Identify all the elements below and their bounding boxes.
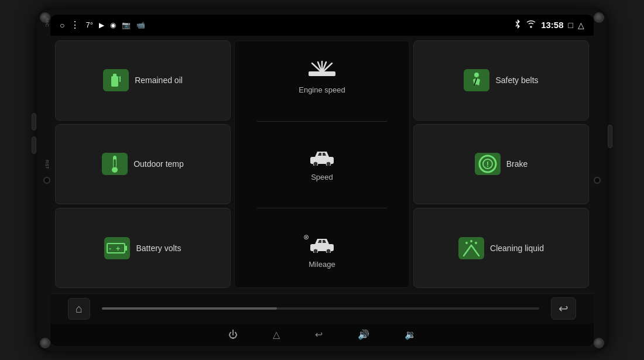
- wifi-icon: [526, 20, 536, 30]
- status-bar: ○ ⋮ 7° ▶ ◉ 📷 📹: [50, 15, 594, 36]
- wiper-gauge-icon: [307, 60, 337, 83]
- safety-belts-label: Safety belts: [495, 76, 538, 85]
- svg-point-13: [313, 249, 318, 253]
- brake-tile[interactable]: ! Brake: [413, 124, 589, 204]
- temperature-display: 7°: [85, 20, 93, 29]
- speed-section: Speed: [241, 148, 403, 181]
- divider-1: [257, 121, 387, 122]
- home-button[interactable]: ⌂: [68, 298, 90, 320]
- svg-point-31: [475, 242, 477, 244]
- brake-icon: !: [475, 153, 501, 175]
- circle-icon: ○: [60, 20, 64, 30]
- svg-rect-24: [125, 246, 127, 251]
- svg-rect-2: [119, 80, 121, 82]
- svg-point-14: [326, 249, 331, 253]
- side-button-left-1[interactable]: [32, 113, 36, 131]
- svg-point-15: [474, 73, 479, 77]
- car-mileage-icon: [308, 235, 336, 258]
- cleaning-liquid-label: Cleaning liquid: [490, 244, 544, 253]
- svg-text:!: !: [487, 160, 489, 169]
- thermometer-icon: [102, 153, 128, 175]
- brake-label: Brake: [506, 159, 528, 169]
- wiper-liquid-icon: [458, 237, 484, 259]
- fuel-icon: [103, 69, 129, 91]
- svg-line-27: [464, 245, 471, 256]
- safety-belts-tile[interactable]: Safety belts: [413, 40, 589, 121]
- svg-point-11: [326, 162, 331, 166]
- center-dashboard-tile: Engine speed: [234, 40, 410, 289]
- video-icon: 📹: [136, 21, 145, 29]
- outdoor-temp-label: Outdoor temp: [133, 159, 184, 169]
- back-button[interactable]: ↩: [551, 297, 576, 320]
- clock-display: 13:58: [541, 20, 563, 30]
- progress-fill: [102, 307, 277, 310]
- speed-label: Speed: [311, 173, 333, 181]
- menu-dots-icon: ⋮: [70, 19, 80, 30]
- side-button-left-2[interactable]: [32, 136, 36, 154]
- svg-rect-1: [113, 74, 117, 77]
- svg-rect-0: [111, 76, 118, 87]
- youtube-icon: ▶: [99, 21, 104, 29]
- screen: ○ ⋮ 7° ▶ ◉ 📷 📹: [50, 15, 594, 346]
- svg-text:+: +: [116, 245, 120, 253]
- screw-br: [594, 338, 604, 348]
- battery-volts-tile[interactable]: - + Battery volts: [55, 208, 231, 288]
- media-icon: ◉: [110, 21, 116, 29]
- status-right-icons: 13:58 □ △: [514, 19, 584, 30]
- remained-oil-tile[interactable]: Remained oil: [55, 40, 231, 121]
- engine-speed-label: Engine speed: [299, 85, 345, 94]
- svg-text:-: -: [109, 245, 111, 253]
- back-arrow-icon: △: [578, 20, 584, 30]
- remained-oil-label: Remained oil: [135, 76, 183, 85]
- svg-point-18: [112, 167, 118, 173]
- svg-point-29: [465, 242, 468, 244]
- svg-line-28: [471, 245, 479, 256]
- mic-label: MIC: [44, 18, 50, 27]
- screw-bl: [40, 338, 50, 348]
- seatbelt-icon: [464, 69, 489, 91]
- cleaning-liquid-tile[interactable]: Cleaning liquid: [413, 208, 589, 288]
- car-speed-icon: [308, 148, 336, 170]
- mileage-label: Mileage: [309, 260, 335, 269]
- side-button-right-1[interactable]: [608, 125, 612, 148]
- progress-bar: [102, 307, 539, 310]
- square-icon: □: [568, 20, 573, 30]
- return-button[interactable]: ↩: [315, 329, 323, 340]
- rst-label: RST: [44, 160, 50, 169]
- device-frame: MIC RST ○ ⋮ 7° ▶ ◉ 📷 📹: [35, 8, 609, 353]
- screw-tr: [594, 12, 604, 23]
- svg-point-30: [470, 240, 472, 242]
- status-left-icons: ○ ⋮ 7° ▶ ◉ 📷 📹: [60, 19, 145, 30]
- system-bar: ⏻ △ ↩ 🔊 🔉: [50, 324, 594, 346]
- mileage-section: ⊗ Mileage: [241, 235, 403, 269]
- svg-point-10: [313, 162, 318, 166]
- bluetooth-icon: [514, 19, 521, 30]
- svg-rect-19: [114, 159, 116, 167]
- engine-speed-section: Engine speed: [241, 60, 403, 94]
- camera-icon: 📷: [122, 21, 131, 29]
- volume-up-button[interactable]: 🔊: [358, 329, 369, 340]
- battery-volts-label: Battery volts: [136, 244, 181, 253]
- battery-icon: - +: [104, 237, 130, 259]
- power-button[interactable]: ⏻: [228, 330, 238, 340]
- hole-left: [43, 177, 50, 184]
- bottom-navigation: ⌂ ↩: [50, 293, 594, 324]
- dashboard-grid: Remained oil: [50, 36, 594, 293]
- hole-right: [594, 177, 601, 184]
- divider-2: [257, 208, 387, 208]
- volume-down-button[interactable]: 🔉: [405, 329, 416, 340]
- outdoor-temp-tile[interactable]: Outdoor temp: [55, 124, 231, 204]
- home-sys-button[interactable]: △: [273, 329, 280, 340]
